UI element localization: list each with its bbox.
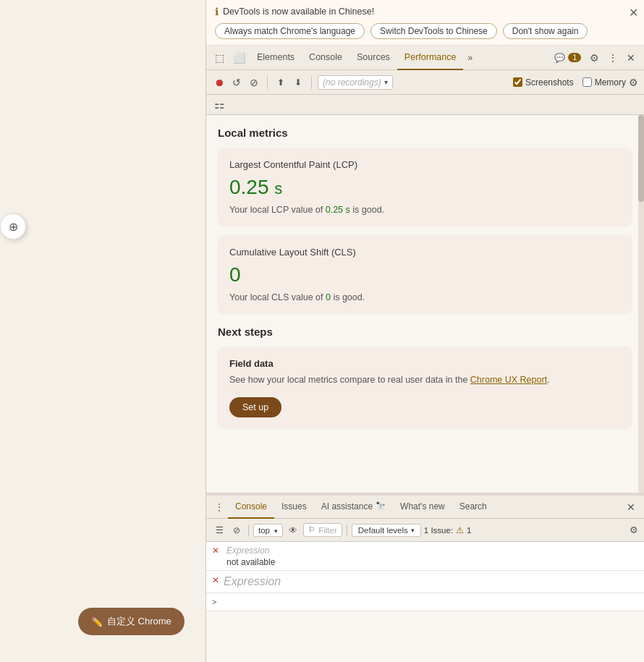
chrome-ux-report-link[interactable]: Chrome UX Report (470, 375, 547, 385)
settings-gear-icon[interactable]: ⚙ (585, 49, 603, 67)
browser-area: ⊕ ✏️ 自定义 Chrome (0, 0, 206, 662)
close-devtools-button[interactable]: ✕ (622, 49, 640, 67)
tab-more-button[interactable]: » (463, 50, 477, 66)
devtools-panel: ℹ DevTools is now available in Chinese! … (206, 0, 644, 662)
always-match-language-button[interactable]: Always match Chrome's language (215, 23, 365, 39)
console-tab-issues[interactable]: Issues (274, 496, 314, 519)
console-content: ✕ Expression not available ✕ Expression … (206, 542, 644, 662)
third-toolbar: ⚏ (206, 95, 644, 115)
screenshots-checkbox[interactable] (513, 77, 522, 87)
console-error-icon-2: ✕ (212, 575, 219, 585)
lcp-value: 0.25 s (229, 176, 621, 199)
pencil-icon: ✏️ (91, 616, 103, 627)
field-data-description: See how your local metrics compare to re… (229, 373, 621, 387)
console-clear-icon[interactable]: ⊘ (229, 523, 244, 538)
recordings-dropdown[interactable]: (no recordings) ▾ (318, 75, 393, 90)
ai-assistance-icon: 🔭 (376, 501, 386, 511)
console-sidebar-icon[interactable]: ☰ (212, 523, 226, 538)
clear-recordings-button[interactable]: ⊘ (247, 75, 261, 90)
chevron-down-icon: ▾ (274, 527, 278, 535)
console-panel: ⋮ Console Issues AI assistance 🔭 What's … (206, 496, 644, 662)
console-tab-more-left[interactable]: ⋮ (211, 499, 228, 515)
chat-icon: 💬 (554, 53, 565, 63)
cls-description: Your local CLS value of 0 is good. (229, 292, 621, 302)
cls-title: Cumulative Layout Shift (CLS) (229, 247, 621, 258)
lcp-description: Your local LCP value of 0.25 s is good. (229, 205, 621, 215)
console-tabs: ⋮ Console Issues AI assistance 🔭 What's … (206, 496, 644, 519)
notification-title: ℹ DevTools is now available in Chinese! (215, 6, 635, 17)
notification-message: DevTools is now available in Chinese! (223, 7, 374, 17)
local-metrics-title: Local metrics (218, 127, 632, 139)
main-content: Local metrics Largest Contentful Paint (… (206, 115, 644, 493)
next-steps-title: Next steps (218, 326, 632, 338)
inspect-icon[interactable]: ⬚ (211, 49, 229, 67)
refresh-profiling-button[interactable]: ↺ (229, 75, 244, 90)
toolbar-tabs: ⬚ ⬜ Elements Console Sources Performance… (206, 46, 644, 70)
console-separator (248, 525, 249, 536)
console-toolbar: ☰ ⊘ top ▾ 👁 ⚐ Filter Default levels ▾ (206, 519, 644, 542)
screenshots-checkbox-label[interactable]: Screenshots (513, 77, 574, 88)
cls-value: 0 (229, 263, 621, 287)
console-close-button[interactable]: ✕ (622, 498, 640, 516)
console-row-1-value: not available (212, 557, 638, 567)
lcp-card: Largest Contentful Paint (LCP) 0.25 s Yo… (218, 148, 632, 226)
main-scrollbar[interactable] (638, 115, 644, 493)
issues-badge: 1 Issue: ⚠ 1 (424, 525, 472, 535)
issues-tab[interactable]: 💬 1 (550, 53, 585, 63)
memory-checkbox[interactable] (582, 77, 592, 87)
console-prompt-row[interactable]: > (206, 593, 644, 611)
notification-buttons: Always match Chrome's language Switch De… (215, 23, 635, 39)
switch-devtools-button[interactable]: Switch DevTools to Chinese (370, 23, 497, 39)
console-tab-ai-assistance[interactable]: AI assistance 🔭 (314, 496, 393, 519)
tab-elements[interactable]: Elements (250, 46, 302, 70)
customize-chrome-button[interactable]: ✏️ 自定义 Chrome (78, 608, 185, 635)
setup-button[interactable]: Set up (229, 397, 281, 417)
scrollbar-thumb[interactable] (638, 115, 644, 202)
console-expression-row-1: ✕ Expression not available (206, 542, 644, 571)
dont-show-again-button[interactable]: Don't show again (503, 23, 588, 39)
default-levels-dropdown[interactable]: Default levels ▾ (352, 524, 421, 537)
load-profile-button[interactable]: ⬆ (274, 75, 288, 90)
save-profile-button[interactable]: ⬇ (291, 75, 305, 90)
console-chevron-icon: > (212, 598, 216, 606)
console-expression-row-2: ✕ Expression (206, 571, 644, 593)
secondary-toolbar: ⏺ ↺ ⊘ ⬆ ⬇ (no recordings) ▾ Screenshots … (206, 70, 644, 95)
separator (267, 76, 268, 89)
console-gear-icon[interactable]: ⚙ (630, 525, 638, 535)
console-context-select[interactable]: top ▾ (253, 524, 283, 537)
filter-icon: ⚐ (308, 525, 315, 535)
tab-performance[interactable]: Performance (397, 46, 464, 70)
capture-settings-icon[interactable]: ⚙ (629, 77, 638, 88)
memory-checkbox-label[interactable]: Memory (582, 77, 626, 88)
device-icon[interactable]: ⬜ (229, 49, 250, 67)
chevron-down-icon2: ▾ (411, 527, 415, 534)
cls-card: Cumulative Layout Shift (CLS) 0 Your loc… (218, 235, 632, 314)
notification-bar: ℹ DevTools is now available in Chinese! … (206, 0, 644, 46)
console-tab-search[interactable]: Search (452, 496, 494, 519)
console-eye-icon[interactable]: 👁 (286, 523, 300, 538)
separator2 (311, 76, 312, 89)
field-data-title: Field data (229, 358, 621, 369)
console-tab-whats-new[interactable]: What's new (393, 496, 452, 519)
more-options-icon[interactable]: ⋮ (603, 49, 622, 67)
tab-sources[interactable]: Sources (349, 46, 397, 70)
float-icon[interactable]: ⊕ (0, 213, 26, 239)
lcp-title: Largest Contentful Paint (LCP) (229, 159, 621, 170)
notification-close-button[interactable]: ✕ (629, 6, 638, 20)
info-icon: ℹ (215, 6, 219, 17)
chevron-down-icon: ▾ (384, 78, 388, 86)
console-tab-console[interactable]: Console (228, 496, 274, 519)
console-error-icon-1: ✕ (212, 546, 219, 556)
record-button[interactable]: ⏺ (212, 75, 226, 90)
issue-warning-icon: ⚠ (456, 525, 464, 535)
console-separator2 (347, 525, 347, 536)
console-filter-group: ⚐ Filter (303, 523, 342, 537)
breadcrumbs-icon[interactable]: ⚏ (212, 98, 226, 112)
tab-console[interactable]: Console (302, 46, 349, 70)
field-data-card: Field data See how your local metrics co… (218, 347, 632, 429)
